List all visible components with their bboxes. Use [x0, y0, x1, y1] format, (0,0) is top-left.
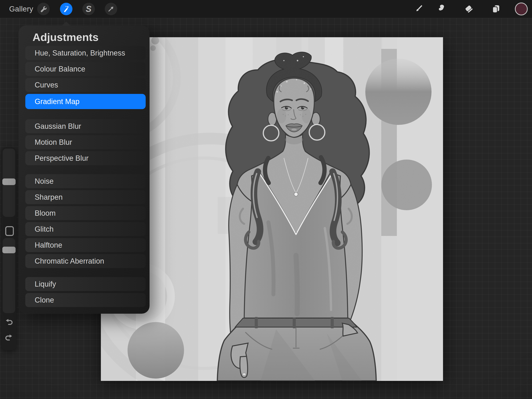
procreate-screen: Adjustments Hue, Saturation, Brightness …: [0, 0, 532, 399]
menu-item-liquify[interactable]: Liquify: [25, 277, 146, 291]
color-swatch[interactable]: [515, 3, 528, 15]
panel-pointer-notch: [62, 22, 70, 26]
menu-item-hue-saturation-brightness[interactable]: Hue, Saturation, Brightness: [25, 46, 146, 60]
undo-icon[interactable]: [4, 318, 14, 327]
menu-item-noise[interactable]: Noise: [25, 174, 146, 188]
modify-button[interactable]: [5, 226, 14, 236]
adjustments-panel: Adjustments Hue, Saturation, Brightness …: [19, 25, 150, 314]
magic-wand-icon: [62, 5, 70, 13]
opacity-handle[interactable]: [2, 247, 16, 253]
wrench-icon: [39, 5, 48, 13]
selection-button[interactable]: S: [82, 3, 95, 15]
drawing-canvas[interactable]: [101, 37, 443, 381]
eraser-tool[interactable]: [463, 3, 475, 15]
transform-arrow-icon: [107, 5, 115, 13]
adjustments-button[interactable]: [60, 3, 72, 15]
menu-item-curves[interactable]: Curves: [25, 78, 146, 92]
menu-item-gaussian-blur[interactable]: Gaussian Blur: [25, 119, 146, 133]
workspace-background: Adjustments Hue, Saturation, Brightness …: [0, 18, 532, 399]
panel-title: Adjustments: [32, 31, 99, 44]
actions-button[interactable]: [37, 3, 50, 15]
canvas-artwork: [101, 37, 443, 381]
layers-icon: [491, 4, 501, 14]
menu-item-sharpen[interactable]: Sharpen: [25, 190, 146, 204]
redo-icon[interactable]: [4, 333, 14, 343]
top-toolbar: Gallery S: [0, 0, 532, 18]
layers-tool[interactable]: [490, 3, 502, 15]
menu-item-chromatic-aberration[interactable]: Chromatic Aberration: [25, 254, 146, 268]
menu-item-halftone[interactable]: Halftone: [25, 238, 146, 252]
brush-tool[interactable]: [414, 3, 427, 15]
gallery-button[interactable]: Gallery: [9, 0, 33, 18]
menu-item-clone[interactable]: Clone: [25, 293, 146, 307]
menu-item-colour-balance[interactable]: Colour Balance: [25, 62, 146, 76]
brush-size-handle[interactable]: [2, 179, 16, 185]
sidebar-sliders: [1, 147, 16, 350]
brush-icon: [415, 4, 426, 14]
smudge-tool[interactable]: [435, 3, 447, 15]
menu-item-perspective-blur[interactable]: Perspective Blur: [25, 151, 146, 165]
menu-item-glitch[interactable]: Glitch: [25, 222, 146, 236]
menu-item-bloom[interactable]: Bloom: [25, 206, 146, 220]
menu-item-motion-blur[interactable]: Motion Blur: [25, 135, 146, 149]
smudge-finger-icon: [436, 4, 446, 14]
eraser-icon: [464, 4, 474, 14]
transform-button[interactable]: [105, 3, 117, 15]
selection-icon: S: [86, 4, 91, 14]
menu-item-gradient-map[interactable]: Gradient Map: [25, 94, 146, 109]
